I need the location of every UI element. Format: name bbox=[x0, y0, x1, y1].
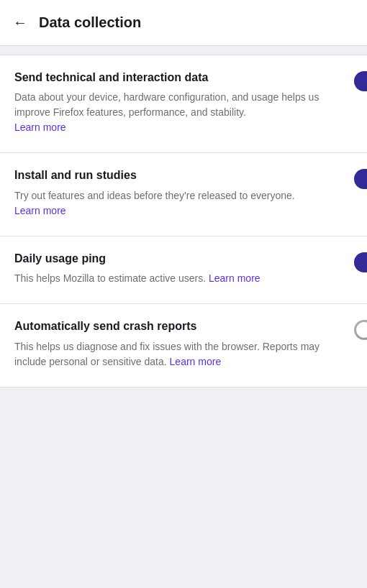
setting-crash-reports: Automatically send crash reports This he… bbox=[0, 304, 367, 387]
setting-daily-ping: Daily usage ping This helps Mozilla to e… bbox=[0, 236, 367, 304]
setting-text-crash-reports: Automatically send crash reports This he… bbox=[14, 318, 345, 372]
page-title: Data collection bbox=[39, 14, 141, 31]
page-header: ← Data collection bbox=[0, 0, 367, 46]
setting-text-daily-ping: Daily usage ping This helps Mozilla to e… bbox=[14, 251, 345, 289]
setting-title-daily-ping: Daily usage ping bbox=[14, 251, 345, 267]
setting-technical-interaction: Send technical and interaction data Data… bbox=[0, 55, 367, 153]
setting-title-crash-reports: Automatically send crash reports bbox=[14, 318, 345, 334]
setting-desc-daily-ping: This helps Mozilla to estimate active us… bbox=[14, 271, 345, 286]
setting-desc-technical: Data about your device, hardware configu… bbox=[14, 90, 345, 135]
setting-desc-crash-reports: This helps us diagnose and fix issues wi… bbox=[14, 339, 345, 369]
learn-more-link-studies[interactable]: Learn more bbox=[14, 205, 66, 216]
toggle-track-technical bbox=[354, 71, 367, 91]
back-icon: ← bbox=[13, 14, 27, 31]
toggle-track-daily-ping bbox=[354, 252, 367, 272]
setting-desc-studies: Try out features and ideas before they'r… bbox=[14, 188, 345, 219]
setting-text-studies: Install and run studies Try out features… bbox=[14, 167, 345, 221]
learn-more-link-daily-ping[interactable]: Learn more bbox=[209, 272, 260, 284]
back-button[interactable]: ← bbox=[13, 12, 33, 34]
learn-more-link-crash-reports[interactable]: Learn more bbox=[170, 356, 222, 367]
setting-title-technical: Send technical and interaction data bbox=[14, 70, 345, 86]
toggle-track-studies bbox=[354, 169, 367, 189]
setting-text-technical: Send technical and interaction data Data… bbox=[14, 70, 345, 138]
setting-title-studies: Install and run studies bbox=[14, 167, 345, 183]
settings-list: Send technical and interaction data Data… bbox=[0, 55, 367, 387]
setting-studies: Install and run studies Try out features… bbox=[0, 153, 367, 236]
learn-more-link-technical[interactable]: Learn more bbox=[14, 121, 66, 133]
